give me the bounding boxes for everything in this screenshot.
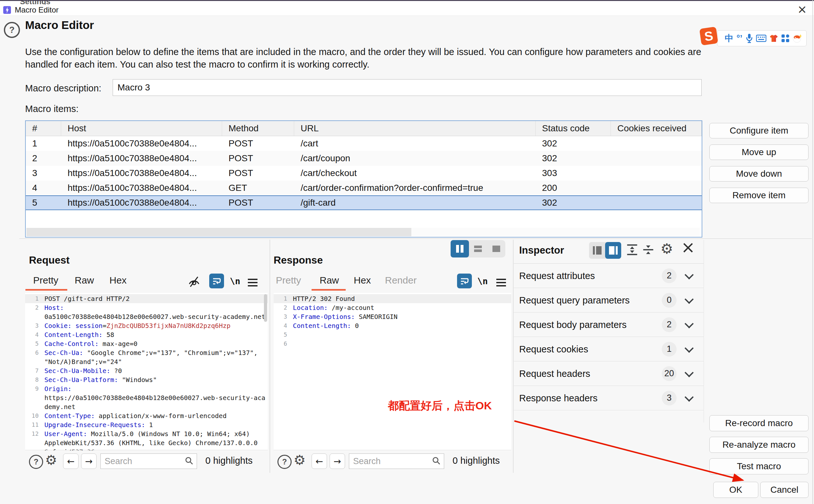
- inspector-close-icon[interactable]: ×: [681, 238, 695, 257]
- request-editor[interactable]: 1POST /gift-card HTTP/22Host:0a5100c7038…: [25, 293, 268, 451]
- chevron-down-icon[interactable]: [684, 321, 694, 329]
- table-row[interactable]: 5https://0a5100c70388e0e4804...POST/gift…: [26, 195, 702, 210]
- remove-item-button[interactable]: Remove item: [709, 188, 809, 203]
- dock-left-icon[interactable]: [589, 242, 605, 259]
- table-row[interactable]: 4https://0a5100c70388e0e4804...GET/cart/…: [26, 181, 702, 195]
- inspector-section-request-query-parameters[interactable]: Request query parameters0: [514, 288, 704, 313]
- tab-response-raw[interactable]: Raw: [320, 275, 339, 286]
- cell-cookies-received: [611, 166, 702, 181]
- apps-grid-icon[interactable]: [781, 34, 790, 42]
- inspector-splitter[interactable]: [513, 240, 513, 473]
- help-icon[interactable]: ?: [29, 455, 43, 469]
- columns-layout-icon[interactable]: [451, 240, 469, 257]
- request-response-splitter[interactable]: [270, 240, 270, 473]
- search-input[interactable]: [104, 456, 184, 467]
- ime-toolbar: 中 °’: [717, 30, 807, 46]
- close-icon[interactable]: ×: [794, 3, 810, 15]
- skin-shirt-icon[interactable]: [769, 34, 778, 42]
- scrollbar-thumb[interactable]: [26, 228, 411, 236]
- inspector-dock-toggle: [589, 242, 621, 259]
- macro-description-input[interactable]: [113, 79, 702, 96]
- editor-line-text: Content-Length: 58: [42, 330, 114, 339]
- cancel-button[interactable]: Cancel: [760, 482, 809, 498]
- help-icon[interactable]: ?: [277, 455, 292, 469]
- window-title: Macro Editor: [15, 5, 59, 14]
- horizontal-scrollbar[interactable]: [26, 228, 700, 236]
- punctuation-icon[interactable]: °’: [736, 33, 742, 43]
- hamburger-menu-icon[interactable]: [248, 282, 257, 283]
- editor-line-text: Content-Length: 0: [290, 321, 359, 330]
- chevron-down-icon[interactable]: [684, 296, 694, 304]
- gear-icon[interactable]: ⚙: [45, 453, 57, 467]
- search-box: [349, 453, 444, 469]
- table-row[interactable]: 2https://0a5100c70388e0e4804...POST/cart…: [26, 151, 702, 166]
- test-macro-button[interactable]: Test macro: [709, 458, 809, 474]
- inspector-section-request-body-parameters[interactable]: Request body parameters2: [514, 313, 704, 337]
- newline-chars-icon[interactable]: \n: [230, 276, 240, 286]
- expand-all-icon[interactable]: [626, 243, 639, 257]
- hamburger-menu-icon[interactable]: [496, 282, 506, 283]
- line-number: 2: [25, 303, 42, 312]
- tab-request-pretty[interactable]: Pretty: [33, 275, 58, 286]
- chevron-glyph: [685, 368, 694, 377]
- search-input[interactable]: [352, 456, 432, 467]
- newline-chars-icon[interactable]: \n: [477, 276, 488, 286]
- emoji-face-icon[interactable]: [792, 33, 802, 43]
- chevron-down-icon[interactable]: [684, 345, 694, 353]
- inspector-section-response-headers[interactable]: Response headers3: [514, 386, 704, 410]
- cell-status-code: 302: [536, 136, 611, 151]
- virtual-keyboard-icon[interactable]: [756, 34, 766, 42]
- next-match-button[interactable]: →: [330, 453, 345, 469]
- move-up-button[interactable]: Move up: [709, 145, 809, 160]
- chevron-down-icon[interactable]: [684, 369, 694, 378]
- word-wrap-icon[interactable]: [457, 274, 472, 288]
- cell-url: /cart/order-confirmation?order-confirmed…: [294, 181, 536, 195]
- cell-host: https://0a5100c70388e0e4804...: [61, 195, 222, 210]
- next-match-button[interactable]: →: [81, 453, 97, 469]
- response-editor[interactable]: 1HTTP/2 302 Found2Location: /my-account3…: [274, 293, 511, 451]
- inspector-gear-icon[interactable]: ⚙: [660, 242, 673, 256]
- help-icon[interactable]: ?: [4, 22, 20, 38]
- chinese-mode-icon[interactable]: 中: [725, 33, 734, 44]
- word-wrap-icon[interactable]: [209, 274, 224, 288]
- move-down-button[interactable]: Move down: [709, 166, 809, 182]
- chevron-down-icon[interactable]: [684, 394, 694, 402]
- sogou-logo-icon[interactable]: S: [699, 27, 718, 46]
- request-editor-scrollbar[interactable]: [264, 294, 267, 322]
- dock-right-icon[interactable]: [605, 242, 621, 259]
- collapse-all-icon[interactable]: [642, 243, 655, 257]
- editor-text-segment: Upgrade-Insecure-Requests:: [44, 421, 145, 429]
- cell-num: 4: [26, 181, 61, 195]
- chevron-down-icon[interactable]: [684, 272, 694, 280]
- table-row[interactable]: 1https://0a5100c70388e0e4804...POST/cart…: [26, 136, 702, 151]
- tab-request-raw[interactable]: Raw: [75, 275, 94, 286]
- chevron-glyph: [685, 319, 694, 328]
- microphone-icon[interactable]: [745, 33, 753, 43]
- prev-match-button[interactable]: ←: [312, 453, 327, 469]
- macro-items-table[interactable]: #HostMethodURLStatus codeCookies receive…: [25, 120, 702, 238]
- line-number: 4: [25, 330, 42, 339]
- re-record-macro-button[interactable]: Re-record macro: [709, 415, 809, 431]
- description-line: handled for each item. You can also test…: [25, 58, 798, 71]
- hide-eye-icon[interactable]: [187, 274, 201, 289]
- cell-url: /gift-card: [294, 195, 536, 210]
- tab-response-render[interactable]: Render: [385, 275, 416, 286]
- cell-host: https://0a5100c70388e0e4804...: [61, 166, 222, 181]
- tab-response-hex[interactable]: Hex: [354, 275, 371, 286]
- column-header-: #: [26, 121, 61, 136]
- single-layout-icon[interactable]: [487, 240, 505, 257]
- count-badge: 2: [662, 268, 677, 283]
- tab-response-pretty[interactable]: Pretty: [276, 275, 301, 286]
- tab-request-hex[interactable]: Hex: [109, 275, 126, 286]
- re-analyze-macro-button[interactable]: Re-analyze macro: [709, 437, 809, 453]
- ok-button[interactable]: OK: [713, 482, 758, 498]
- inspector-section-request-cookies[interactable]: Request cookies1: [514, 337, 704, 361]
- inspector-section-request-attributes[interactable]: Request attributes2: [514, 264, 704, 288]
- configure-item-button[interactable]: Configure item: [709, 123, 809, 138]
- table-row[interactable]: 3https://0a5100c70388e0e4804...POST/cart…: [26, 166, 702, 181]
- rows-layout-icon[interactable]: [469, 240, 487, 257]
- editor-text-segment: ?0: [110, 367, 122, 375]
- prev-match-button[interactable]: ←: [63, 453, 79, 469]
- gear-icon[interactable]: ⚙: [294, 453, 306, 467]
- inspector-section-request-headers[interactable]: Request headers20: [514, 361, 704, 386]
